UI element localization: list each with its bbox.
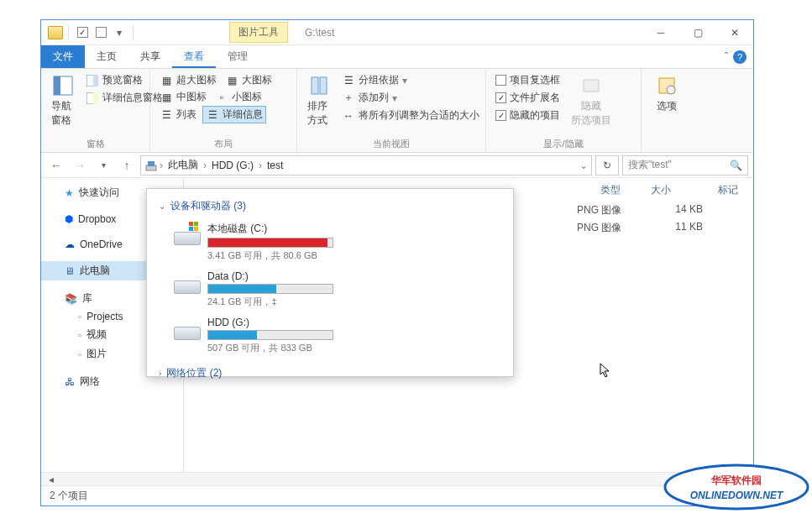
breadcrumb-bar[interactable]: › 此电脑 › HDD (G:) › test ⌄: [140, 155, 592, 175]
ribbon-group-label: 显示/隐藏: [493, 136, 634, 150]
status-bar: 2 个项目: [41, 485, 753, 505]
search-input[interactable]: 搜索"test" 🔍: [622, 155, 748, 175]
drive-item[interactable]: 本地磁盘 (C:) 3.41 GB 可用，共 80.6 GB: [174, 222, 333, 262]
network-section-header[interactable]: › 网络位置 (2): [159, 363, 501, 384]
svg-text:ONLINEDOWN.NET: ONLINEDOWN.NET: [690, 490, 784, 501]
ribbon-group-label: 窗格: [48, 136, 143, 150]
forward-button[interactable]: →: [70, 155, 90, 175]
svg-rect-1: [54, 76, 60, 95]
svg-point-10: [667, 86, 675, 94]
library-icon: 📚: [65, 293, 77, 305]
horizontal-scrollbar[interactable]: ◂ ▸: [41, 472, 753, 485]
qat-button[interactable]: [74, 24, 91, 41]
quick-access-toolbar: ▾: [41, 24, 137, 41]
back-button[interactable]: ←: [46, 155, 66, 175]
ribbon-tabs: 文件 主页 共享 查看 管理 ˆ ?: [41, 45, 753, 69]
svg-rect-3: [93, 75, 98, 86]
group-by-button[interactable]: ☰分组依据 ▾: [339, 72, 482, 88]
mouse-cursor: [600, 363, 611, 378]
drive-item[interactable]: HDD (G:) 507 GB 可用，共 833 GB: [174, 317, 333, 354]
drive-icon: [174, 317, 201, 340]
window-title: G:\test: [305, 27, 334, 39]
drive-icon: [174, 222, 201, 245]
column-tag[interactable]: 标记: [703, 183, 753, 197]
drive-usage-bar: [207, 238, 333, 248]
refresh-button[interactable]: ↻: [595, 155, 619, 175]
view-sm-icons[interactable]: ▫小图标: [212, 89, 265, 105]
item-checkboxes-toggle[interactable]: 项目复选框: [493, 72, 563, 88]
crumb-folder[interactable]: test: [264, 158, 286, 173]
tab-home[interactable]: 主页: [85, 45, 128, 68]
pc-icon: 🖥: [65, 265, 75, 277]
qat-dropdown[interactable]: ▾: [111, 24, 128, 41]
options-button[interactable]: 选项: [652, 72, 682, 115]
minimize-button[interactable]: ─: [642, 21, 679, 45]
devices-section-header[interactable]: ⌄ 设备和驱动器 (3): [159, 196, 501, 217]
history-dropdown[interactable]: ▾: [93, 155, 113, 175]
hidden-items-toggle[interactable]: 隐藏的项目: [493, 107, 563, 123]
svg-rect-15: [189, 227, 193, 231]
autosize-columns-button[interactable]: ↔将所有列调整为合适的大小: [339, 107, 482, 123]
tab-view[interactable]: 查看: [172, 45, 216, 68]
drives-popup: ⌄ 设备和驱动器 (3) 本地磁盘 (C:) 3.41 GB 可用，共 80.6…: [146, 188, 514, 377]
drive-name: Data (D:): [207, 270, 333, 282]
ribbon-collapse-icon[interactable]: ˆ: [725, 51, 728, 63]
drive-item[interactable]: Data (D:) 24.1 GB 可用，‡: [174, 270, 333, 308]
tab-share[interactable]: 共享: [128, 45, 172, 68]
tab-manage[interactable]: 管理: [216, 45, 259, 68]
chevron-down-icon: ⌄: [159, 202, 165, 211]
ribbon: 导航窗格 预览窗格 详细信息窗格 窗格 ▦超大图标 ▦大图标 ▦中图标 ▫小图标: [41, 69, 753, 153]
drive-name: HDD (G:): [207, 317, 333, 328]
address-bar: ← → ▾ ↑ › 此电脑 › HDD (G:) › test ⌄ ↻ 搜索"t…: [41, 153, 753, 178]
dropbox-icon: ⬢: [65, 213, 73, 225]
qat-button[interactable]: [92, 24, 109, 41]
crumb-drive[interactable]: HDD (G:): [208, 158, 257, 173]
up-button[interactable]: ↑: [117, 155, 137, 175]
view-xl-icons[interactable]: ▦超大图标: [157, 72, 219, 88]
file-row[interactable]: PNG 图像 14 KB: [577, 202, 745, 219]
file-row[interactable]: PNG 图像 11 KB: [577, 219, 745, 237]
file-ext-toggle[interactable]: 文件扩展名: [493, 90, 563, 106]
video-icon: ▫: [78, 329, 81, 341]
contextual-tab-label: 图片工具: [229, 22, 288, 43]
search-placeholder: 搜索"test": [628, 158, 672, 172]
view-list[interactable]: ☰列表: [157, 106, 199, 123]
scroll-left-arrow[interactable]: ◂: [45, 474, 58, 485]
drive-usage-bar: [207, 284, 333, 294]
column-type[interactable]: 类型: [585, 183, 636, 197]
ribbon-group-label: 布局: [157, 136, 290, 150]
folder-icon: ▫: [78, 311, 81, 322]
network-icon: 🖧: [65, 376, 75, 388]
drive-icon: [174, 270, 201, 294]
maximize-button[interactable]: ▢: [679, 21, 716, 45]
sort-button[interactable]: 排序方式: [304, 72, 334, 129]
watermark-logo: 华军软件园 ONLINEDOWN.NET: [661, 462, 812, 512]
svg-rect-16: [194, 227, 198, 231]
svg-point-17: [665, 465, 808, 509]
svg-rect-13: [189, 222, 193, 226]
help-icon[interactable]: ?: [733, 50, 747, 64]
drive-name: 本地磁盘 (C:): [207, 222, 333, 236]
svg-rect-12: [148, 161, 155, 166]
view-lg-icons[interactable]: ▦大图标: [223, 72, 275, 88]
add-column-button[interactable]: ＋添加列 ▾: [339, 90, 482, 106]
svg-rect-5: [93, 92, 98, 104]
drive-usage-bar: [207, 330, 333, 340]
svg-text:华军软件园: 华军软件园: [710, 474, 762, 486]
search-icon: 🔍: [730, 160, 742, 171]
view-details[interactable]: ☰详细信息: [202, 106, 266, 123]
titlebar: ▾ 图片工具 G:\test ─ ▢ ✕: [41, 20, 753, 45]
tab-file[interactable]: 文件: [41, 45, 85, 68]
svg-rect-6: [312, 77, 318, 94]
item-count: 2 个项目: [50, 489, 88, 503]
hide-selected-button[interactable]: 隐藏 所选项目: [568, 72, 615, 129]
chevron-right-icon: ›: [159, 369, 161, 378]
close-button[interactable]: ✕: [716, 21, 753, 45]
nav-pane-button[interactable]: 导航窗格: [48, 72, 78, 129]
crumb-pc[interactable]: 此电脑: [165, 156, 202, 174]
view-md-icons[interactable]: ▦中图标: [157, 89, 209, 105]
ribbon-group-label: 当前视图: [304, 136, 479, 150]
column-size[interactable]: 大小: [636, 183, 703, 197]
svg-rect-7: [320, 77, 327, 94]
drive-free-text: 24.1 GB 可用，‡: [207, 296, 333, 308]
